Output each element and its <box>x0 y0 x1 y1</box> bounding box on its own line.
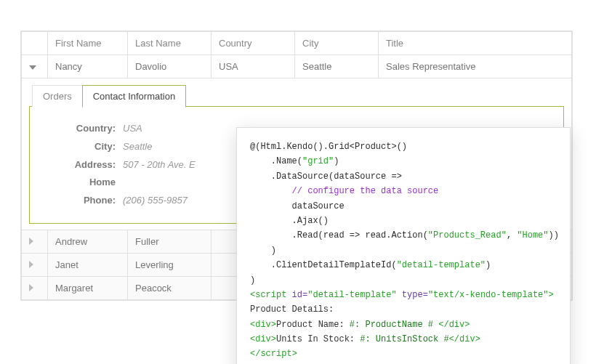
collapse-toggle[interactable] <box>22 55 48 78</box>
cell-first-name: Andrew <box>48 230 128 253</box>
cell-last-name: Davolio <box>128 55 212 78</box>
cell-first-name: Margaret <box>48 276 128 299</box>
code-line: @(Html.Kendo().Grid<Product>() <box>250 142 407 152</box>
expand-toggle[interactable] <box>22 230 48 253</box>
label-phone: Phone: <box>43 193 116 209</box>
header-last-name[interactable]: Last Name <box>128 32 212 55</box>
cell-last-name: Leverling <box>128 253 212 276</box>
header-city[interactable]: City <box>295 32 379 55</box>
caret-right-icon <box>29 261 33 268</box>
label-country: Country: <box>43 121 116 137</box>
grid-header-row: First Name Last Name Country City Title <box>22 32 572 55</box>
tab-orders[interactable]: Orders <box>32 85 83 107</box>
cell-city: Seattle <box>295 55 379 78</box>
caret-right-icon <box>29 238 33 245</box>
header-country[interactable]: Country <box>212 32 295 55</box>
value-address: 507 - 20th Ave. E <box>123 158 196 173</box>
cell-title: Sales Representative <box>379 55 572 78</box>
expand-toggle[interactable] <box>22 276 48 299</box>
header-expand <box>22 32 48 55</box>
cell-last-name: Peacock <box>128 276 212 299</box>
expand-toggle[interactable] <box>22 253 48 276</box>
label-home: Home <box>43 175 116 190</box>
value-country: USA <box>123 121 142 137</box>
cell-last-name: Fuller <box>128 230 212 253</box>
caret-right-icon <box>29 284 33 291</box>
tab-contact-information[interactable]: Contact Information <box>82 85 186 108</box>
label-address: Address: <box>43 158 116 173</box>
label-city: City: <box>43 139 116 155</box>
value-city: Seattle <box>123 139 152 155</box>
cell-country: USA <box>212 55 295 78</box>
cell-first-name: Nancy <box>48 55 128 78</box>
table-row: Nancy Davolio USA Seattle Sales Represen… <box>22 55 572 78</box>
value-phone: (206) 555-9857 <box>123 193 188 209</box>
code-tooltip: @(Html.Kendo().Grid<Product>() .Name("gr… <box>236 127 571 331</box>
caret-down-icon <box>29 65 36 70</box>
header-title[interactable]: Title <box>379 32 572 55</box>
cell-first-name: Janet <box>48 253 128 276</box>
header-first-name[interactable]: First Name <box>48 32 128 55</box>
